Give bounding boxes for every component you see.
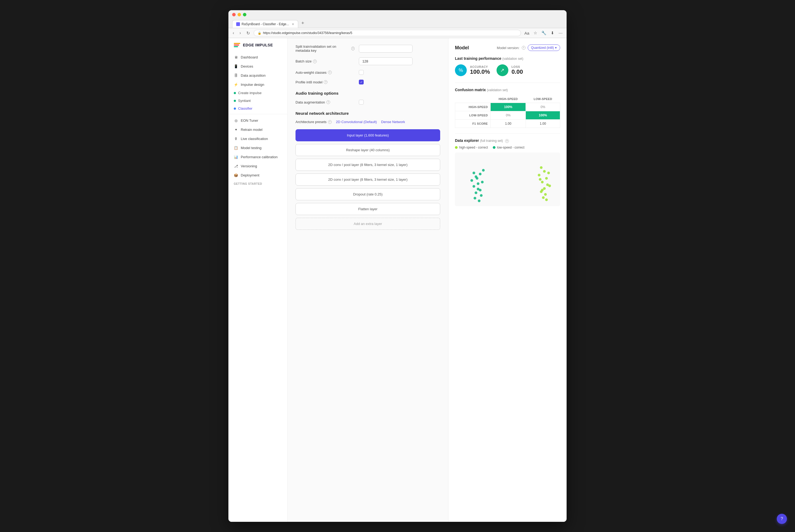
split-train-row: Split train/validation set on metadata k… — [295, 44, 440, 53]
active-tab[interactable]: RaSynBoard - Classifier - Edge... ✕ — [232, 20, 298, 28]
batch-size-help-icon[interactable]: ? — [313, 59, 317, 63]
sidebar-item-model-testing[interactable]: 📋 Model testing — [229, 143, 287, 152]
svg-point-4 — [473, 185, 475, 188]
arch-presets-help-icon[interactable]: ? — [328, 120, 332, 124]
download-icon[interactable]: ⬇ — [549, 30, 556, 36]
svg-point-16 — [543, 170, 546, 173]
extensions-icon[interactable]: 🔧 — [540, 30, 548, 36]
url-text: https://studio.edgeimpulse.com/studio/34… — [263, 31, 353, 35]
logo-icon — [234, 43, 240, 47]
cm-row-label-f1: F1 SCORE — [455, 119, 491, 128]
layer-flatten[interactable]: Flatten layer — [295, 203, 440, 215]
sidebar-item-label: Data acquisition — [241, 74, 266, 77]
svg-point-14 — [477, 188, 480, 190]
layer-dropout[interactable]: Dropout (rate 0.25) — [295, 188, 440, 200]
confusion-title: Confusion matrix (validation set) — [455, 88, 560, 92]
sidebar-item-impulse-design[interactable]: ⚡ Impulse design — [229, 80, 287, 89]
cm-col-header-2: LOW-SPEED — [526, 95, 560, 103]
audio-section-title: Audio training options — [295, 91, 440, 95]
tab-title: RaSynBoard - Classifier - Edge... — [241, 22, 289, 26]
sidebar-item-eon-tuner[interactable]: ◎ EON Tuner — [229, 116, 287, 125]
cm-empty-header — [455, 95, 491, 103]
traffic-light-green[interactable] — [243, 13, 247, 16]
checkbox-checkmark: ✓ — [360, 80, 363, 84]
cm-row-high-speed: HIGH-SPEED 100% 0% — [455, 103, 560, 111]
perf-section-title: Last training performance (validation se… — [455, 56, 560, 61]
cm-col-header-1: HIGH-SPEED — [491, 95, 526, 103]
sidebar-item-deployment[interactable]: 📦 Deployment — [229, 171, 287, 180]
split-train-input[interactable] — [359, 45, 413, 53]
split-train-label: Split train/validation set on metadata k… — [295, 44, 355, 53]
refresh-button[interactable]: ↻ — [245, 30, 252, 36]
address-bar[interactable]: 🔒 https://studio.edgeimpulse.com/studio/… — [254, 30, 521, 36]
model-version-badge[interactable]: Quantized (int8) ▾ — [528, 44, 560, 51]
sidebar-sub-item-label: Syntiant — [238, 99, 251, 103]
sidebar-item-performance-calibration[interactable]: 📊 Performance calibration — [229, 152, 287, 162]
data-explorer-help-icon[interactable]: ? — [505, 139, 509, 143]
devices-icon: 📱 — [234, 64, 238, 69]
logo-text: EDGE IMPULSE — [243, 43, 273, 47]
impulse-design-icon: ⚡ — [234, 82, 238, 87]
tab-favicon — [236, 22, 240, 26]
sidebar-sub-item-syntiant[interactable]: Syntiant — [229, 97, 287, 104]
traffic-light-red[interactable] — [232, 13, 236, 16]
layer-conv2[interactable]: 2D conv / pool layer (8 filters, 3 kerne… — [295, 173, 440, 186]
sidebar-item-devices[interactable]: 📱 Devices — [229, 62, 287, 71]
layer-reshape[interactable]: Reshape layer (40 columns) — [295, 144, 440, 156]
help-fab-button[interactable]: ? — [777, 514, 787, 524]
traffic-light-yellow[interactable] — [237, 13, 241, 16]
sidebar-item-label: Dashboard — [241, 55, 258, 59]
profile-int8-checkbox[interactable]: ✓ — [359, 80, 364, 84]
settings-icon[interactable]: ⋯ — [557, 30, 564, 36]
svg-point-2 — [470, 179, 473, 182]
forward-button[interactable]: › — [238, 30, 242, 36]
accuracy-metric: % ACCURACY 100.0% — [455, 64, 490, 76]
deployment-icon: 📦 — [234, 173, 238, 177]
reader-view-icon[interactable]: Aa — [523, 30, 531, 36]
auto-weight-checkbox[interactable] — [359, 70, 364, 75]
data-explorer-legend: high-speed - correct low-speed - correct — [455, 146, 560, 149]
preset-dense-network-link[interactable]: Dense Network — [381, 120, 405, 124]
tab-close-button[interactable]: ✕ — [292, 22, 294, 26]
perf-subtitle: (validation set) — [503, 57, 523, 61]
sidebar-item-versioning[interactable]: ⎇ Versioning — [229, 162, 287, 171]
profile-int8-help-icon[interactable]: ? — [324, 80, 327, 84]
sidebar-item-retrain-model[interactable]: ✦ Retrain model — [229, 125, 287, 134]
model-version-help-icon[interactable]: ? — [522, 46, 525, 50]
layer-input[interactable]: Input layer (1,600 features) — [295, 129, 440, 141]
back-button[interactable]: ‹ — [231, 30, 236, 36]
sidebar-logo: EDGE IMPULSE — [229, 43, 287, 53]
svg-point-28 — [541, 189, 543, 191]
auto-weight-label: Auto-weight classes ? — [295, 71, 355, 75]
svg-point-23 — [544, 193, 547, 196]
layer-conv1[interactable]: 2D conv / pool layer (8 filters, 3 kerne… — [295, 159, 440, 171]
layer-add-extra[interactable]: Add an extra layer — [295, 218, 440, 230]
legend-label-high-speed: high-speed - correct — [459, 146, 488, 149]
live-classification-icon: 🎙 — [234, 136, 238, 141]
svg-point-3 — [477, 182, 480, 185]
bookmark-icon[interactable]: ☆ — [532, 30, 538, 36]
cm-cell-f1-ls: 1.00 — [526, 119, 560, 128]
sidebar-item-live-classification[interactable]: 🎙 Live classification — [229, 134, 287, 143]
sidebar-item-label: Deployment — [241, 173, 259, 177]
svg-point-9 — [478, 200, 481, 202]
logo-stripe-3 — [234, 46, 238, 47]
sidebar-sub-item-classifier[interactable]: Classifier — [229, 104, 287, 112]
new-tab-button[interactable]: + — [299, 19, 307, 28]
sidebar-item-data-acquisition[interactable]: 🗄 Data acquisition — [229, 71, 287, 80]
profile-int8-label: Profile int8 model ? — [295, 80, 355, 84]
sidebar-sub-item-create-impulse[interactable]: Create impulse — [229, 89, 287, 97]
preset-2d-conv-link[interactable]: 2D Convolutional (Default) — [336, 120, 377, 124]
neural-network-section-title: Neural network architecture — [295, 111, 440, 116]
legend-item-low-speed: low-speed - correct — [493, 146, 524, 149]
loss-info: LOSS 0.00 — [511, 65, 523, 75]
cm-cell-f1-hs: 1.00 — [491, 119, 526, 128]
split-train-help-icon[interactable]: ? — [351, 47, 355, 51]
svg-point-10 — [482, 169, 485, 172]
batch-size-input[interactable] — [359, 57, 413, 65]
cm-cell-ls-ls: 100% — [526, 111, 560, 119]
data-augmentation-checkbox[interactable] — [359, 100, 364, 104]
data-augmentation-help-icon[interactable]: ? — [326, 100, 330, 104]
sidebar-item-dashboard[interactable]: 🖥 Dashboard — [229, 53, 287, 62]
auto-weight-help-icon[interactable]: ? — [328, 71, 332, 74]
